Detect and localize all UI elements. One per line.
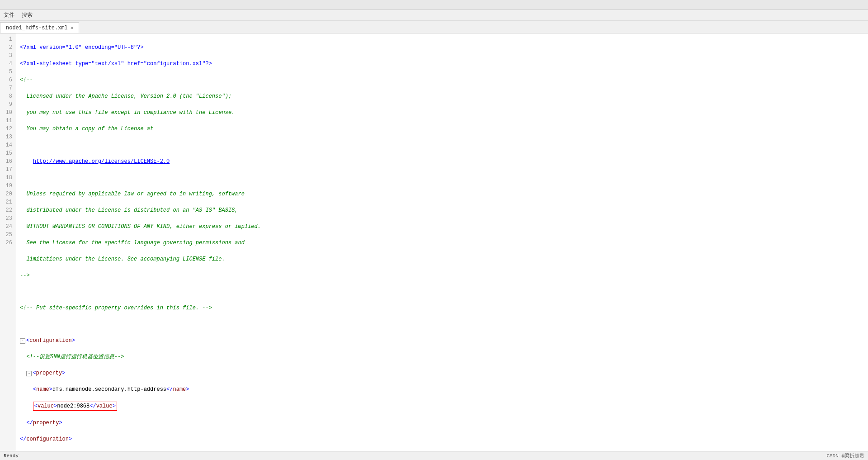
line-num: 6 (2, 76, 12, 84)
line-num: 15 (2, 149, 12, 157)
menu-file[interactable]: 文件 (4, 11, 14, 19)
line-num: 4 (2, 60, 12, 68)
code-line: You may obtain a copy of the License at (20, 125, 864, 133)
line-num: 25 (2, 231, 12, 239)
watermark-text: CSDN @梁折超贵 (826, 452, 864, 459)
status-text: Ready (4, 453, 19, 459)
code-line (20, 174, 864, 182)
line-num: 12 (2, 125, 12, 133)
code-line: Licensed under the Apache License, Versi… (20, 92, 864, 100)
menu-search[interactable]: 搜索 (22, 11, 33, 19)
line-num: 1 (2, 35, 12, 43)
line-num: 21 (2, 198, 12, 206)
menubar: 文件 搜索 (0, 10, 868, 21)
code-line: -<property> (20, 369, 864, 377)
code-line (20, 288, 864, 296)
code-line: --> (20, 271, 864, 280)
line-num: 22 (2, 206, 12, 214)
editor: 1 2 3 4 5 6 7 8 9 10 11 12 13 14 15 16 1… (0, 33, 868, 451)
line-num: 8 (2, 92, 12, 100)
line-num: 19 (2, 182, 12, 190)
code-line: Unless required by applicable law or agr… (20, 190, 864, 198)
line-num: 17 (2, 166, 12, 174)
tab-label: node1_hdfs-site.xml (6, 25, 68, 31)
line-num: 10 (2, 109, 12, 117)
fold-icon-configuration[interactable]: - (20, 338, 25, 344)
line-num: 26 (2, 239, 12, 247)
code-line: <!--设置SNN运行运行机器位置信息--> (20, 353, 864, 361)
line-num: 23 (2, 214, 12, 223)
line-num: 13 (2, 133, 12, 141)
code-line: See the License for the specific languag… (20, 239, 864, 247)
line-num: 7 (2, 84, 12, 92)
titlebar (0, 0, 868, 10)
code-line: </property> (20, 419, 864, 427)
code-editor[interactable]: <?xml version="1.0" encoding="UTF-8"?> <… (16, 33, 868, 451)
code-line (20, 141, 864, 149)
code-line: <name>dfs.namenode.secondary.http-addres… (20, 385, 864, 394)
tab-close-button[interactable]: ✕ (71, 25, 74, 31)
line-num: 5 (2, 68, 12, 76)
code-line (20, 320, 864, 328)
line-num: 24 (2, 223, 12, 231)
code-line: http://www.apache.org/licenses/LICENSE-2… (20, 157, 864, 166)
code-line-value-highlighted: <value>node2:9868</value> (20, 402, 864, 411)
code-line: -<configuration> (20, 337, 864, 345)
code-line: </configuration> (20, 435, 864, 443)
code-line: you may not use this file except in comp… (20, 109, 864, 117)
code-line: limitations under the License. See accom… (20, 255, 864, 263)
line-num: 3 (2, 52, 12, 60)
tab-node1-hdfs-site[interactable]: node1_hdfs-site.xml ✕ (0, 22, 79, 33)
line-num: 18 (2, 174, 12, 182)
statusbar: Ready CSDN @梁折超贵 (0, 451, 868, 460)
code-line: distributed under the License is distrib… (20, 206, 864, 214)
code-line: <!-- (20, 76, 864, 84)
code-line: WITHOUT WARRANTIES OR CONDITIONS OF ANY … (20, 223, 864, 231)
line-numbers: 1 2 3 4 5 6 7 8 9 10 11 12 13 14 15 16 1… (0, 33, 16, 451)
code-line: <?xml version="1.0" encoding="UTF-8"?> (20, 43, 864, 52)
line-num: 2 (2, 43, 12, 52)
line-num: 11 (2, 117, 12, 125)
fold-icon-property[interactable]: - (26, 371, 32, 376)
tabbar: node1_hdfs-site.xml ✕ (0, 21, 868, 33)
line-num: 14 (2, 141, 12, 149)
code-line: <?xml-stylesheet type="text/xsl" href="c… (20, 60, 864, 68)
code-line: <!-- Put site-specific property override… (20, 304, 864, 312)
line-num: 9 (2, 100, 12, 109)
line-num: 20 (2, 190, 12, 198)
line-num: 16 (2, 157, 12, 166)
